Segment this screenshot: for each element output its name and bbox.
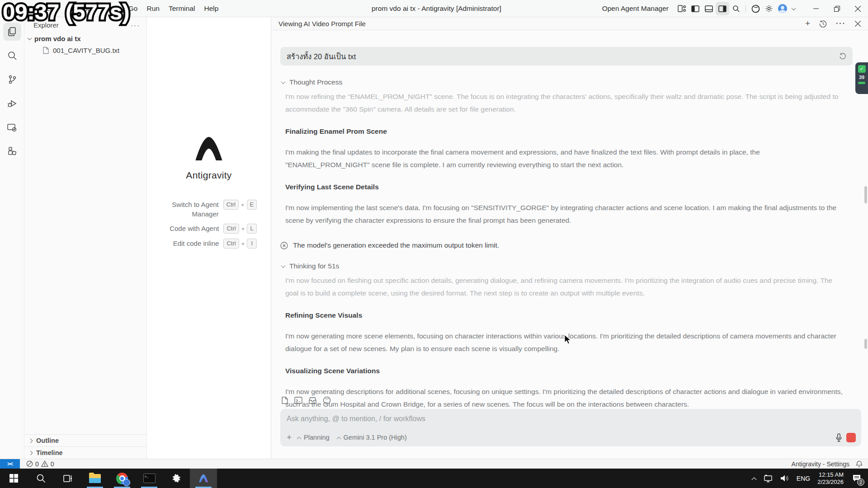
thought-heading: Refining Scene Visuals bbox=[280, 311, 845, 319]
section-chevron-icon bbox=[281, 263, 286, 268]
thought-paragraph: I'm making the final updates to incorpor… bbox=[280, 146, 845, 171]
chat-input[interactable] bbox=[287, 415, 855, 423]
stop-generation-button[interactable] bbox=[846, 433, 856, 442]
menu-run[interactable]: Run bbox=[146, 5, 159, 13]
sidebar-more-icon[interactable]: ··· bbox=[131, 21, 140, 29]
browser-icon[interactable] bbox=[749, 0, 762, 17]
errors-icon bbox=[26, 460, 33, 467]
taskbar-search-icon[interactable] bbox=[27, 469, 54, 488]
account-avatar[interactable] bbox=[776, 0, 789, 17]
settings-taskbar-icon[interactable] bbox=[163, 469, 190, 488]
language-indicator[interactable]: ENG bbox=[797, 475, 810, 482]
thought-heading: Finalizing Enamel Prom Scene bbox=[280, 127, 845, 136]
settings-gear-icon[interactable] bbox=[762, 0, 776, 17]
mode-label: Planning bbox=[304, 434, 329, 441]
titlebar-divider bbox=[745, 5, 746, 12]
agent-panel: Viewing AI Video Prompt File + ··· สร้าง… bbox=[271, 17, 868, 459]
recording-timer-overlay: 09:37 (577s) bbox=[3, 0, 130, 24]
key-badge: E bbox=[247, 200, 257, 210]
panel-close-icon[interactable] bbox=[855, 21, 861, 27]
key-badge: I bbox=[247, 239, 257, 249]
extensions-icon[interactable] bbox=[3, 142, 21, 160]
section-chevron-icon bbox=[281, 80, 286, 84]
settings-status-item[interactable]: Antigravity - Settings bbox=[792, 460, 849, 468]
more-options-icon[interactable]: ··· bbox=[836, 19, 846, 28]
scrollbar-thumb[interactable] bbox=[864, 186, 867, 203]
key-badge: Ctrl bbox=[223, 200, 239, 210]
key-badge: Ctrl bbox=[223, 224, 239, 234]
thought-paragraph: I'm now focused on fleshing out specific… bbox=[280, 274, 845, 300]
outline-section[interactable]: Outline bbox=[24, 434, 146, 446]
action-center-icon[interactable]: 2 bbox=[851, 473, 863, 484]
context-icons-row bbox=[281, 396, 861, 404]
antigravity-logo bbox=[193, 136, 225, 162]
error-text: The model's generation exceeded the maxi… bbox=[293, 241, 499, 249]
run-debug-icon[interactable] bbox=[3, 94, 21, 113]
add-context-icon[interactable]: + bbox=[287, 432, 292, 442]
search-icon[interactable] bbox=[729, 0, 743, 17]
browser-context-icon[interactable] bbox=[323, 396, 331, 404]
mode-selector[interactable]: Planning bbox=[297, 434, 329, 441]
terminal-context-icon[interactable] bbox=[294, 396, 302, 404]
open-agent-manager-button[interactable]: Open Agent Manager bbox=[602, 5, 669, 13]
minimize-button[interactable] bbox=[806, 0, 826, 17]
window-title: prom vdo ai tx - Antigravity [Administra… bbox=[372, 0, 501, 17]
thinking-section-header[interactable]: Thinking for 51s bbox=[280, 262, 845, 270]
antigravity-taskbar-icon[interactable] bbox=[190, 469, 217, 488]
remote-indicator[interactable]: >< bbox=[0, 459, 20, 469]
history-icon[interactable] bbox=[819, 20, 827, 28]
toggle-bottom-panel-icon[interactable] bbox=[702, 0, 716, 17]
tray-expand-icon[interactable] bbox=[751, 477, 756, 482]
agent-manager-icon[interactable] bbox=[675, 0, 689, 17]
tree-file-item[interactable]: 001_CAVITY_BUG.txt bbox=[24, 45, 146, 56]
revert-icon[interactable] bbox=[839, 53, 846, 60]
file-icon bbox=[42, 47, 49, 54]
shortcut-label: Code with Agent bbox=[161, 224, 219, 233]
volume-icon[interactable] bbox=[780, 474, 789, 482]
microphone-icon[interactable] bbox=[835, 433, 842, 442]
new-conversation-icon[interactable]: + bbox=[805, 21, 810, 26]
notifications-bell-icon[interactable] bbox=[856, 460, 863, 468]
toggle-left-panel-icon[interactable] bbox=[689, 0, 702, 17]
windows-taskbar: >_ ENG 12:15 AM 2/23/2026 2 bbox=[0, 469, 868, 488]
error-circle-icon bbox=[280, 242, 288, 249]
tray-clock[interactable]: 12:15 AM 2/23/2026 bbox=[817, 471, 844, 486]
menu-help[interactable]: Help bbox=[204, 5, 219, 13]
thought-process-header[interactable]: Thought Process bbox=[280, 78, 845, 86]
file-explorer-taskbar-icon[interactable] bbox=[81, 469, 108, 488]
problems-indicator[interactable]: 0 0 bbox=[26, 460, 54, 468]
source-control-icon[interactable] bbox=[3, 70, 21, 89]
timeline-section[interactable]: Timeline bbox=[24, 446, 146, 459]
usage-widget[interactable]: ✓ 39 bbox=[855, 62, 868, 94]
explorer-icon[interactable] bbox=[3, 23, 21, 41]
thought-paragraph: I'm now implementing the last scene's da… bbox=[280, 202, 845, 227]
shortcut-hints: Switch to Agent Manager Ctrl + E Code wi… bbox=[161, 200, 257, 249]
user-message-bubble: สร้างทั้ง 20 อันเป็น txt bbox=[280, 47, 853, 66]
start-button[interactable] bbox=[0, 469, 27, 488]
agent-panel-title: Viewing AI Video Prompt File bbox=[278, 20, 366, 28]
inbox-icon[interactable] bbox=[308, 396, 317, 404]
network-icon[interactable] bbox=[763, 474, 773, 483]
task-view-icon[interactable] bbox=[54, 469, 81, 488]
folder-label: prom vdo ai tx bbox=[34, 35, 81, 42]
plus-sign: + bbox=[241, 240, 245, 247]
close-button[interactable] bbox=[847, 0, 868, 17]
section-title: Thinking for 51s bbox=[289, 262, 339, 270]
scrollbar-thumb[interactable] bbox=[864, 339, 867, 349]
account-chevron-icon[interactable] bbox=[789, 0, 797, 17]
model-chevron-icon bbox=[336, 436, 341, 441]
terminal-taskbar-icon[interactable]: >_ bbox=[136, 469, 163, 488]
user-message-text: สร้างทั้ง 20 อันเป็น txt bbox=[287, 51, 356, 62]
restore-button[interactable] bbox=[826, 0, 847, 17]
toggle-right-panel-icon[interactable] bbox=[716, 2, 729, 15]
file-context-icon[interactable] bbox=[281, 396, 288, 404]
search-sidebar-icon[interactable] bbox=[3, 47, 21, 65]
chrome-taskbar-icon[interactable] bbox=[108, 469, 136, 488]
shortcut-row: Code with Agent Ctrl + L bbox=[161, 224, 257, 234]
chat-input-box[interactable]: + Planning Gemini 3.1 Pro (High) bbox=[280, 409, 861, 446]
menu-terminal[interactable]: Terminal bbox=[169, 5, 195, 13]
thought-paragraph: I'm now generating more scene elements, … bbox=[280, 330, 845, 355]
remote-explorer-icon[interactable] bbox=[3, 118, 21, 136]
tree-root-folder[interactable]: prom vdo ai tx bbox=[24, 33, 146, 45]
model-selector[interactable]: Gemini 3.1 Pro (High) bbox=[337, 434, 407, 441]
